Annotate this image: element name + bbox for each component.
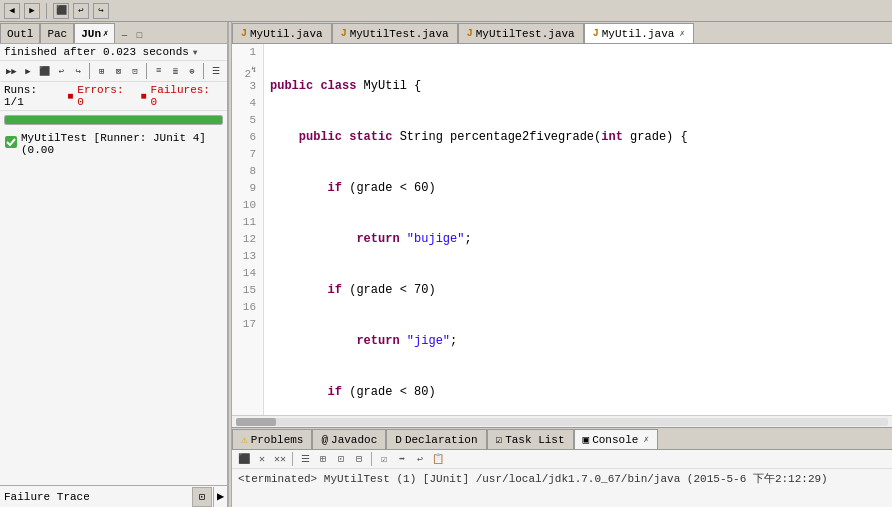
ln-12: 12 [232, 231, 259, 248]
console-wrap-btn[interactable]: ↩ [412, 451, 428, 467]
redo-btn[interactable]: ↪ [93, 3, 109, 19]
javadoc-icon: @ [321, 434, 328, 446]
sort2-btn[interactable]: ≣ [168, 63, 183, 79]
runs-failures-square: ■ [141, 91, 147, 102]
top-toolbar: ◀ ▶ ⬛ ↩ ↪ [0, 0, 892, 22]
tab-console-label: Console [592, 434, 638, 446]
editor-tab-1[interactable]: J MyUtilTest.java [332, 23, 458, 43]
tab3-close-icon[interactable]: ✗ [679, 28, 684, 39]
hscroll-thumb[interactable] [236, 418, 276, 426]
editor-tab-3-label: MyUtil.java [602, 28, 675, 40]
ltoolbar-sep [89, 63, 90, 79]
editor-hscroll[interactable] [232, 415, 892, 427]
line-numbers: 1 2↯ 3 4 5 6 7 8 9 10 11 12 13 14 15 16 … [232, 44, 264, 415]
tab-declaration[interactable]: D Declaration [386, 429, 486, 449]
tab-tasklist-label: Task List [505, 434, 564, 446]
code-line-3: if (grade < 60) [270, 180, 892, 197]
stop-btn[interactable]: ⬛ [53, 3, 69, 19]
code-editor[interactable]: 1 2↯ 3 4 5 6 7 8 9 10 11 12 13 14 15 16 … [232, 44, 892, 415]
ln-11: 11 [232, 214, 259, 231]
main-area: Outl Pac JUn ✗ — □ finished after 0.023 … [0, 22, 892, 507]
ln-7: 7 [232, 146, 259, 163]
tab-package[interactable]: Pac [40, 23, 74, 43]
console-check-btn[interactable]: ☑ [376, 451, 392, 467]
tab-javadoc[interactable]: @ Javadoc [312, 429, 386, 449]
test-list[interactable]: MyUtilTest [Runner: JUnit 4] (0.00 [0, 129, 227, 485]
filter1-btn[interactable]: ⊞ [94, 63, 109, 79]
tab-outline[interactable]: Outl [0, 23, 40, 43]
console-options-btn[interactable]: ⊟ [351, 451, 367, 467]
stop-test-btn[interactable]: ⬛ [37, 63, 52, 79]
code-line-4: return "bujige"; [270, 231, 892, 248]
code-line-5: if (grade < 70) [270, 282, 892, 299]
editor-tabs: J MyUtil.java J MyUtilTest.java J MyUtil… [232, 22, 892, 44]
editor-tab-0[interactable]: J MyUtil.java [232, 23, 332, 43]
tab-console[interactable]: ▣ Console ✗ [574, 429, 658, 449]
ln-10: 10 [232, 197, 259, 214]
runs-errors-square: ■ [67, 91, 73, 102]
editor-tab-2-label: MyUtilTest.java [476, 28, 575, 40]
tab-problems[interactable]: ⚠ Problems [232, 429, 312, 449]
console-terminate-btn[interactable]: ✕ [254, 451, 270, 467]
tab-javadoc-label: Javadoc [331, 434, 377, 446]
editor-tab-1-label: MyUtilTest.java [350, 28, 449, 40]
bottom-panel: ⚠ Problems @ Javadoc D Declaration ☑ Tas… [232, 427, 892, 507]
editor-tab-3[interactable]: J MyUtil.java ✗ [584, 23, 694, 43]
fwd-btn[interactable]: ▶ [24, 3, 40, 19]
runs-label: Runs: 1/1 [4, 84, 63, 108]
ltoolbar-sep2 [146, 63, 147, 79]
view-btn[interactable]: ☰ [208, 63, 223, 79]
finished-dropdown[interactable]: ▼ [193, 48, 198, 57]
console-view-btn[interactable]: ⊡ [333, 451, 349, 467]
finished-text: finished after 0.023 seconds [4, 46, 189, 58]
history2-btn[interactable]: ↪ [71, 63, 86, 79]
console-terminated-text: <terminated> MyUtilTest (1) [JUnit] /usr… [238, 473, 828, 485]
test-item[interactable]: MyUtilTest [Runner: JUnit 4] (0.00 [2, 131, 225, 157]
errors-label: Errors: 0 [77, 84, 136, 108]
editor-tab-2[interactable]: J MyUtilTest.java [458, 23, 584, 43]
filter2-btn[interactable]: ⊠ [111, 63, 126, 79]
console-list-btn[interactable]: ☰ [297, 451, 313, 467]
console-copy-btn[interactable]: 📋 [430, 451, 446, 467]
console-stop-btn[interactable]: ⬛ [236, 451, 252, 467]
console-remove-btn[interactable]: ✕✕ [272, 451, 288, 467]
sort-btn[interactable]: ≡ [151, 63, 166, 79]
tab-junit[interactable]: JUn ✗ [74, 23, 115, 43]
left-panel: Outl Pac JUn ✗ — □ finished after 0.023 … [0, 22, 228, 507]
filter3-btn[interactable]: ⊡ [128, 63, 143, 79]
code-line-6: return "jige"; [270, 333, 892, 350]
history-btn[interactable]: ↩ [54, 63, 69, 79]
junit-tab-icon: ✗ [103, 28, 108, 39]
tab-tasklist[interactable]: ☑ Task List [487, 429, 574, 449]
test-icon [4, 135, 18, 153]
rerun-btn[interactable]: ▶▶ [4, 63, 19, 79]
editor-tab-0-label: MyUtil.java [250, 28, 323, 40]
console-sep2 [371, 452, 372, 466]
hscroll-track[interactable] [236, 418, 888, 426]
maximize-left-btn[interactable]: □ [132, 29, 146, 43]
failure-trace-btn[interactable]: ⊡ [192, 487, 212, 507]
minimize-left-btn[interactable]: — [117, 29, 131, 43]
package-tab-label: Pac [47, 28, 67, 40]
back-btn[interactable]: ◀ [4, 3, 20, 19]
outline-tab-label: Outl [7, 28, 33, 40]
console-toolbar: ⬛ ✕ ✕✕ ☰ ⊞ ⊡ ⊟ ☑ ➡ ↩ 📋 [232, 450, 892, 469]
ln-8: 8 [232, 163, 259, 180]
failure-trace-label: Failure Trace [4, 491, 90, 503]
run-btn[interactable]: ▶ [21, 63, 36, 79]
console-grid-btn[interactable]: ⊞ [315, 451, 331, 467]
ltoolbar-sep3 [203, 63, 204, 79]
ln-13: 13 [232, 248, 259, 265]
undo-btn[interactable]: ↩ [73, 3, 89, 19]
console-content: <terminated> MyUtilTest (1) [JUnit] /usr… [232, 469, 892, 507]
tasklist-icon: ☑ [496, 433, 503, 446]
console-pin-btn[interactable]: ➡ [394, 451, 410, 467]
code-content[interactable]: public class MyUtil { public static Stri… [264, 44, 892, 415]
left-bottom: Failure Trace ⊡ ▶ [0, 485, 227, 507]
scroll-right-btn[interactable]: ▶ [213, 487, 227, 507]
ln-4: 4 [232, 95, 259, 112]
ln-3: 3 [232, 78, 259, 95]
add-btn[interactable]: ⊕ [185, 63, 200, 79]
tab1-icon: J [341, 28, 347, 39]
console-tab-close[interactable]: ✗ [643, 434, 648, 445]
